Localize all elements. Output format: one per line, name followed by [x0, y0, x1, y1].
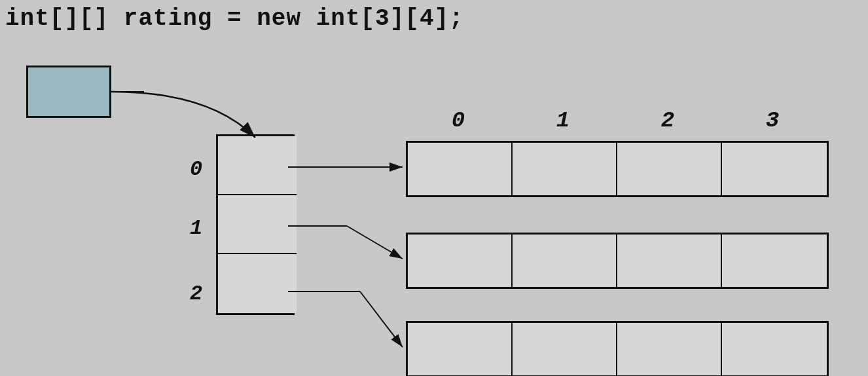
data-cell-1-1 [513, 235, 617, 287]
row-label-1: 1 [190, 216, 202, 240]
data-cell-0-2 [617, 143, 722, 195]
data-array-2 [406, 321, 829, 376]
code-line: int[][] rating = new int[3][4]; [5, 5, 464, 32]
variable-box [26, 66, 111, 118]
ref-cell-2 [218, 254, 297, 313]
data-cell-0-1 [513, 143, 617, 195]
col-label-0: 0 [406, 108, 511, 133]
ref2-arrow [360, 291, 403, 347]
data-cell-0-0 [408, 143, 513, 195]
data-cell-1-2 [617, 235, 722, 287]
col-label-3: 3 [720, 108, 825, 133]
data-cell-0-3 [722, 143, 827, 195]
data-array-1 [406, 233, 829, 289]
data-array-0 [406, 141, 829, 197]
ref-cell-1 [218, 195, 297, 254]
ref-array [216, 134, 295, 315]
col-labels: 0 1 2 3 [406, 108, 825, 133]
data-cell-1-3 [722, 235, 827, 287]
data-cell-1-0 [408, 235, 513, 287]
data-cell-2-2 [617, 323, 722, 375]
row-label-2: 2 [190, 282, 202, 306]
ref-cell-0 [218, 136, 297, 195]
data-cell-2-1 [513, 323, 617, 375]
var-to-ref-arrow [111, 92, 255, 138]
ref1-arrow [347, 226, 403, 259]
data-cell-2-0 [408, 323, 513, 375]
col-label-1: 1 [511, 108, 615, 133]
col-label-2: 2 [615, 108, 720, 133]
row-label-0: 0 [190, 157, 202, 181]
data-cell-2-3 [722, 323, 827, 375]
